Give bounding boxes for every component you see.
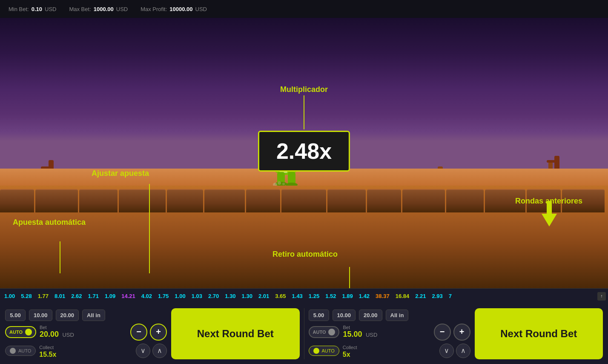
round-value: 1.42 bbox=[359, 293, 370, 299]
multiplicador-line bbox=[304, 95, 304, 129]
bet-value-1: 20.00 bbox=[40, 330, 59, 338]
round-value: 1.75 bbox=[158, 293, 169, 299]
round-value: 1.89 bbox=[342, 293, 353, 299]
ajustar-line bbox=[149, 184, 150, 273]
quick-bets-row-1: 5.00 10.00 20.00 All in bbox=[5, 310, 167, 321]
collect-toggle-2[interactable]: AUTO bbox=[309, 346, 339, 356]
quick-bet-2-5[interactable]: 5.00 bbox=[309, 310, 329, 321]
quick-bet-1-5[interactable]: 5.00 bbox=[5, 310, 26, 321]
auto-toggle-2[interactable]: AUTO bbox=[309, 326, 340, 338]
bet-currency-2: USD bbox=[366, 332, 377, 338]
svg-point-22 bbox=[282, 183, 285, 185]
bet-adjust-2: − + bbox=[434, 324, 470, 341]
quick-bet-2-allin[interactable]: All in bbox=[386, 310, 409, 321]
rock bbox=[402, 189, 445, 212]
panel-divider bbox=[304, 308, 304, 359]
collect-toggle-circle-1 bbox=[10, 348, 16, 354]
game-area: 2.48x Multiplicador Apuesta automática A… bbox=[0, 18, 608, 288]
bet-increase-1[interactable]: + bbox=[150, 324, 167, 341]
auto-label-2: AUTO bbox=[313, 330, 326, 335]
rock bbox=[167, 189, 203, 212]
collect-row-2: AUTO Collect 5x ∨ ∧ bbox=[309, 343, 470, 358]
rondas-arrow-stem bbox=[547, 201, 552, 216]
collect-value-1: 15.5x bbox=[39, 351, 56, 358]
collect-value-2: 5x bbox=[343, 351, 350, 358]
max-bet-label: Max Bet: bbox=[69, 6, 91, 12]
quick-bet-2-20[interactable]: 20.00 bbox=[359, 310, 382, 321]
auto-dot-1 bbox=[25, 329, 32, 335]
max-bet-currency: USD bbox=[116, 6, 128, 12]
collect-row-1: AUTO Collect 15.5x ∨ ∧ bbox=[5, 343, 167, 358]
collect-decrease-2[interactable]: ∨ bbox=[439, 344, 454, 358]
rock bbox=[79, 189, 118, 212]
round-value: 8.01 bbox=[54, 293, 65, 299]
rock bbox=[119, 189, 166, 212]
auto-label-1: AUTO bbox=[9, 330, 23, 335]
auto-toggle-1[interactable]: AUTO bbox=[5, 326, 36, 338]
round-value: 16.84 bbox=[396, 293, 410, 299]
collect-toggle-1[interactable]: AUTO bbox=[5, 346, 36, 356]
collect-increase-1[interactable]: ∧ bbox=[152, 344, 167, 358]
round-value: 1.03 bbox=[192, 293, 202, 299]
bet-decrease-1[interactable]: − bbox=[130, 324, 147, 341]
quick-bet-2-10[interactable]: 10.00 bbox=[333, 310, 356, 321]
collect-toggle-circle-2 bbox=[313, 348, 319, 354]
quick-bet-1-10[interactable]: 10.00 bbox=[29, 310, 52, 321]
bet-panel-1: 5.00 10.00 20.00 All in AUTO Bet 20.00 U… bbox=[5, 310, 167, 358]
bet-increase-2[interactable]: + bbox=[453, 324, 470, 341]
retiro-auto-line bbox=[349, 267, 350, 288]
round-value: 14.21 bbox=[121, 293, 135, 299]
max-profit-value: 10000.00 bbox=[169, 6, 192, 12]
rock bbox=[485, 189, 525, 212]
collect-label-2: Collect bbox=[343, 345, 357, 350]
rock bbox=[527, 189, 561, 212]
rock bbox=[446, 189, 484, 212]
bet-controls-row-1: AUTO Bet 20.00 USD − + bbox=[5, 324, 167, 341]
round-value: 2.70 bbox=[208, 293, 219, 299]
collect-adjust-2: ∨ ∧ bbox=[439, 344, 470, 358]
collect-increase-2[interactable]: ∧ bbox=[456, 344, 470, 358]
rock bbox=[0, 189, 34, 212]
next-round-btn-1[interactable]: Next Round Bet bbox=[171, 308, 300, 359]
bet-controls-row-2: AUTO Bet 15.00 USD − + bbox=[309, 324, 470, 341]
round-value: 2.93 bbox=[432, 293, 443, 299]
max-bet-info: Max Bet: 1000.00 USD bbox=[69, 6, 128, 12]
collect-decrease-1[interactable]: ∨ bbox=[136, 344, 150, 358]
min-bet-info: Min Bet: 0.10 USD bbox=[9, 6, 56, 12]
collect-amount-2: Collect 5x bbox=[343, 343, 357, 358]
round-value: 1.71 bbox=[88, 293, 99, 299]
round-value: 3.65 bbox=[275, 293, 286, 299]
svg-point-19 bbox=[286, 183, 298, 186]
rock bbox=[367, 189, 401, 212]
multiplier-box: 2.48x bbox=[258, 131, 350, 172]
next-round-btn-2[interactable]: Next Round Bet bbox=[475, 308, 603, 359]
quick-bet-1-20[interactable]: 20.00 bbox=[56, 310, 79, 321]
top-bar: Min Bet: 0.10 USD Max Bet: 1000.00 USD M… bbox=[0, 0, 608, 18]
rocks-row bbox=[0, 189, 608, 212]
rounds-scroll-btn[interactable]: ↑ bbox=[597, 292, 606, 301]
bet-label-2: Bet bbox=[343, 325, 377, 330]
round-value: 5.28 bbox=[21, 293, 32, 299]
bet-adjust-1: − + bbox=[130, 324, 167, 341]
bet-amount-display-1: Bet 20.00 USD bbox=[40, 325, 74, 339]
round-value: 38.37 bbox=[376, 293, 390, 299]
max-profit-currency: USD bbox=[195, 6, 207, 12]
apuesta-auto-line bbox=[60, 241, 60, 273]
rock bbox=[204, 189, 245, 212]
rounds-ticker: 1.005.281.778.012.621.711.0914.214.021.7… bbox=[0, 288, 608, 304]
round-value: 2.62 bbox=[71, 293, 82, 299]
bet-decrease-2[interactable]: − bbox=[434, 324, 451, 341]
multiplier-value: 2.48x bbox=[276, 138, 332, 164]
rock bbox=[562, 189, 605, 212]
quick-bet-1-allin[interactable]: All in bbox=[82, 310, 105, 321]
bet-amount-display-2: Bet 15.00 USD bbox=[343, 325, 377, 339]
rock bbox=[246, 189, 280, 212]
min-bet-currency: USD bbox=[45, 6, 56, 12]
collect-adjust-1: ∨ ∧ bbox=[136, 344, 167, 358]
max-bet-value: 1000.00 bbox=[94, 6, 114, 12]
quick-bets-row-2: 5.00 10.00 20.00 All in bbox=[309, 310, 470, 321]
round-value: 2.01 bbox=[258, 293, 269, 299]
min-bet-value: 0.10 bbox=[32, 6, 42, 12]
bet-label-1: Bet bbox=[40, 325, 74, 330]
collect-label-1: Collect bbox=[39, 345, 54, 350]
